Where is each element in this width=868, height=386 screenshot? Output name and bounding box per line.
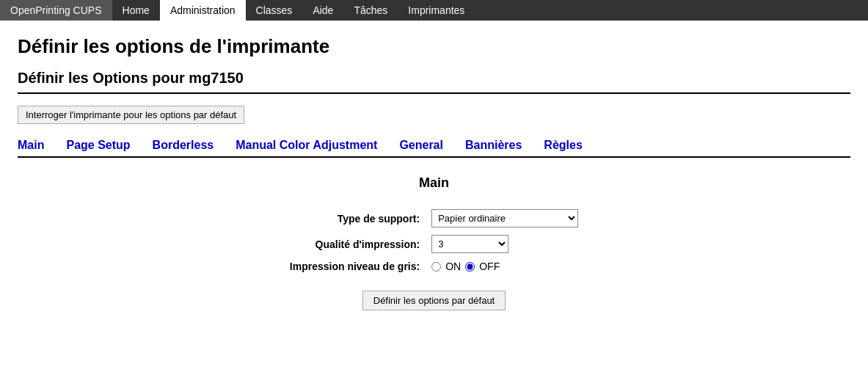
- nav-item-imprimantes[interactable]: Imprimantes: [398, 0, 475, 21]
- grayscale-off-label[interactable]: OFF: [479, 261, 500, 272]
- quality-select[interactable]: 1 2 3 4 5: [431, 235, 508, 253]
- tab-general[interactable]: General: [399, 139, 443, 152]
- grayscale-on-radio[interactable]: [431, 262, 441, 272]
- submit-button[interactable]: Définir les options par défaut: [362, 291, 506, 310]
- media-type-select[interactable]: Papier ordinaire Photo Paper Pro Platinu…: [431, 209, 578, 227]
- nav-item-administration[interactable]: Administration: [160, 0, 246, 21]
- tab-regles[interactable]: Règles: [544, 139, 582, 152]
- grayscale-field: ON OFF: [426, 257, 584, 276]
- printer-subtitle: Définir les Options pour mg7150: [18, 70, 850, 94]
- query-btn-container: Interroger l'imprimante pour les options…: [18, 106, 850, 124]
- tab-manual-color-adjustment[interactable]: Manual Color Adjustment: [236, 139, 377, 152]
- grayscale-radio-group: ON OFF: [431, 261, 578, 272]
- nav-item-taches[interactable]: Tâches: [343, 0, 398, 21]
- options-form: Type de support: Papier ordinaire Photo …: [284, 205, 584, 276]
- main-nav: OpenPrinting CUPS Home Administration Cl…: [0, 0, 868, 21]
- tab-nav: Main Page Setup Borderless Manual Color …: [18, 139, 850, 158]
- tab-main[interactable]: Main: [18, 139, 44, 152]
- query-printer-button[interactable]: Interroger l'imprimante pour les options…: [18, 106, 244, 124]
- main-content: Définir les options de l'imprimante Défi…: [0, 21, 868, 325]
- grayscale-on-label[interactable]: ON: [445, 261, 461, 272]
- page-title: Définir les options de l'imprimante: [18, 35, 850, 58]
- media-type-field: Papier ordinaire Photo Paper Pro Platinu…: [426, 205, 584, 231]
- quality-field: 1 2 3 4 5: [426, 231, 584, 257]
- section-title: Main: [18, 175, 850, 191]
- nav-item-openprinting[interactable]: OpenPrinting CUPS: [0, 0, 112, 21]
- tab-borderless[interactable]: Borderless: [153, 139, 214, 152]
- quality-label: Qualité d'impression:: [284, 231, 426, 257]
- submit-container: Définir les options par défaut: [18, 291, 850, 310]
- nav-item-aide[interactable]: Aide: [302, 0, 343, 21]
- media-type-label: Type de support:: [284, 205, 426, 231]
- main-section: Main Type de support: Papier ordinaire P…: [18, 175, 850, 310]
- tab-page-setup[interactable]: Page Setup: [66, 139, 130, 152]
- grayscale-label: Impression niveau de gris:: [284, 257, 426, 276]
- tab-bannieres[interactable]: Bannières: [465, 139, 522, 152]
- grayscale-off-radio[interactable]: [465, 262, 475, 272]
- nav-item-home[interactable]: Home: [112, 0, 160, 21]
- nav-item-classes[interactable]: Classes: [246, 0, 303, 21]
